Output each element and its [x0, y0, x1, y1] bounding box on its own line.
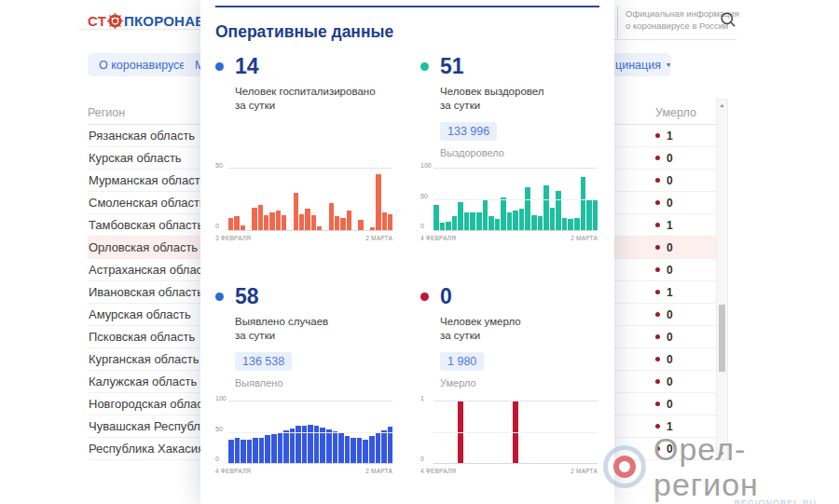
deaths-cell: 0 — [655, 152, 718, 165]
chart-bar — [452, 216, 458, 230]
chart-bar — [234, 216, 239, 230]
death-dot-icon — [655, 312, 660, 317]
chart-bar — [247, 440, 253, 463]
region-name: Тамбовская область — [88, 218, 203, 232]
chart-bar — [265, 435, 270, 463]
chart-bar — [483, 199, 488, 231]
stat-total-label: Выздоровело — [440, 147, 598, 158]
stat-label: Человек госпитализированоза сутки — [235, 85, 392, 113]
chart-bar — [376, 432, 381, 463]
stat-total-badge: 133 996 — [440, 122, 497, 141]
chart-bar — [464, 212, 470, 230]
chart-bar — [440, 223, 446, 230]
modal-title: Оперативные данные — [215, 22, 599, 42]
death-dot-icon — [655, 156, 660, 160]
x-axis-labels: 3 ФЕВРАЛЯ2 МАРТА — [215, 235, 392, 241]
death-dot-icon — [655, 402, 660, 406]
chart-bar — [562, 218, 568, 230]
died-daily-plot — [433, 401, 598, 464]
x-axis-labels: 4 ФЕВРАЛЯ2 МАРТА — [420, 468, 598, 474]
chart-bar — [317, 226, 322, 230]
chart-bar — [335, 216, 339, 230]
chart-bar — [586, 200, 592, 230]
chart-bar — [501, 198, 506, 230]
y-axis-labels: 500 — [215, 162, 228, 229]
death-dot-icon — [655, 334, 660, 339]
death-dot-icon — [655, 379, 660, 384]
chart-bar — [320, 428, 325, 463]
region-name: Орловская область — [88, 240, 198, 254]
deaths-cell: 1 — [655, 219, 718, 232]
chart-bar — [495, 219, 501, 230]
deaths-cell: 0 — [655, 197, 718, 210]
chart-bar — [258, 205, 263, 230]
chart-bar — [550, 208, 556, 230]
chart-died: 104 ФЕВРАЛЯ2 МАРТА — [420, 401, 598, 474]
chart-bar — [290, 429, 296, 463]
scrollbar-thumb[interactable] — [719, 305, 725, 372]
deaths-cell: 1 — [655, 286, 718, 299]
chart-bar — [519, 209, 525, 230]
region-name: Калужская область — [88, 375, 197, 388]
region-name: Республика Хакасия — [88, 442, 204, 456]
vertical-scrollbar[interactable] — [716, 99, 728, 460]
site-logo[interactable]: СТ ПКОРОНАВИ — [88, 10, 200, 31]
stat-total-label: Умерло — [440, 377, 598, 388]
stat-label: Человек выздоровелза сутки — [440, 85, 598, 113]
header-vertical-divider — [617, 6, 618, 38]
chart-bar — [326, 429, 332, 463]
search-button[interactable] — [718, 9, 738, 30]
x-axis-labels: 4 ФЕВРАЛЯ2 МАРТА — [420, 235, 598, 241]
chart-bar — [305, 209, 309, 230]
chart-detected: 1005004 ФЕВРАЛЯ2 МАРТА — [215, 401, 392, 474]
death-dot-icon — [655, 424, 660, 429]
chart-bar — [228, 218, 233, 230]
stat-label: Выявлено случаевза сутки — [235, 315, 392, 343]
death-dot-icon — [655, 133, 660, 138]
chart-bar — [283, 430, 289, 463]
death-dot-icon — [655, 223, 660, 227]
chart-bar — [507, 212, 513, 230]
region-name: Рязанская область — [88, 129, 195, 143]
deaths-cell: 1 — [655, 129, 718, 143]
stats-grid: 14Человек госпитализированоза сутки 51Че… — [215, 54, 599, 474]
deaths-cell: 0 — [655, 331, 718, 344]
chart-bar — [338, 433, 344, 463]
chart-bar — [357, 438, 363, 463]
region-name: Новгородская область — [88, 397, 214, 411]
stat-value: 14 — [235, 54, 259, 79]
chart-bar — [376, 174, 380, 230]
death-dot-icon — [655, 290, 660, 294]
chart-recovered: 1005004 ФЕВРАЛЯ2 МАРТА — [420, 168, 598, 284]
stat-value-row: 58 — [215, 284, 392, 309]
chart-bar — [433, 205, 439, 230]
region-name: Смоленская область — [88, 196, 206, 210]
chart-bar — [276, 211, 281, 230]
stat-dot-icon — [420, 293, 429, 301]
chart-bar — [271, 434, 277, 463]
region-name: Амурская область — [88, 307, 191, 321]
chart-bar — [340, 218, 345, 230]
chart-bar — [531, 215, 537, 230]
deaths-cell: 0 — [655, 398, 718, 411]
logo-text-blue: ПКОРОНАВИ — [124, 13, 200, 29]
region-name: Мурманская область — [88, 173, 206, 187]
scroll-up-icon[interactable] — [717, 100, 727, 111]
watermark-title: Орел-регион — [653, 431, 839, 502]
stat-total-badge: 136 538 — [235, 352, 292, 371]
region-name: Псковская область — [88, 330, 195, 344]
stat-value: 0 — [440, 284, 452, 309]
stat-label: Человек умерлоза сутки — [440, 315, 598, 343]
deaths-cell: 0 — [655, 353, 718, 366]
header-divider-right — [609, 39, 736, 40]
chart-bar — [253, 438, 258, 463]
stat-total-badge: 1 980 — [440, 352, 484, 371]
region-name: Ивановская область — [88, 285, 203, 299]
watermark: Орел-регион REGIONOREL.RU — [603, 431, 839, 502]
chart-bar — [593, 199, 598, 231]
chart-bar — [381, 430, 387, 464]
chart-bar — [235, 438, 241, 463]
chart-bar — [345, 436, 351, 463]
y-axis-labels: 100500 — [215, 395, 228, 462]
chart-bar — [369, 436, 375, 463]
